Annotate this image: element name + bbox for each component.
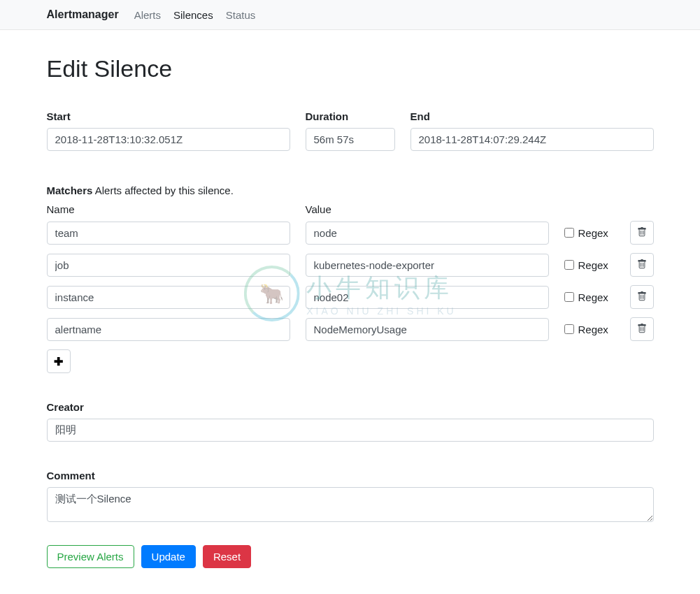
comment-input[interactable] <box>47 487 654 522</box>
creator-input[interactable] <box>47 419 654 442</box>
matcher-regex-checkbox[interactable] <box>564 292 574 302</box>
creator-label: Creator <box>47 401 654 413</box>
matcher-row: Regex <box>47 285 654 309</box>
matcher-row: Regex <box>47 253 654 277</box>
page-title: Edit Silence <box>47 55 654 82</box>
brand[interactable]: Alertmanager <box>47 8 119 21</box>
comment-label: Comment <box>47 470 654 481</box>
matcher-name-input[interactable] <box>47 286 290 309</box>
end-input[interactable] <box>410 128 654 151</box>
matcher-value-input[interactable] <box>306 254 549 277</box>
regex-label: Regex <box>578 259 608 271</box>
matchers-header: Matchers Alerts affected by this silence… <box>47 184 654 196</box>
end-label: End <box>410 110 654 122</box>
matcher-name-input[interactable] <box>47 254 290 277</box>
matcher-name-header: Name <box>47 203 290 215</box>
trash-icon <box>637 259 647 271</box>
matcher-name-input[interactable] <box>47 222 290 245</box>
nav-alerts[interactable]: Alerts <box>134 9 161 21</box>
delete-matcher-button[interactable] <box>630 285 654 309</box>
reset-button[interactable]: Reset <box>203 545 251 568</box>
matcher-name-input[interactable] <box>47 318 290 341</box>
start-input[interactable] <box>47 128 290 151</box>
trash-icon <box>637 227 647 239</box>
matcher-value-input[interactable] <box>306 222 549 245</box>
regex-label: Regex <box>578 324 608 335</box>
trash-icon <box>637 324 647 335</box>
matcher-regex-checkbox[interactable] <box>564 228 574 238</box>
regex-label: Regex <box>578 291 608 303</box>
duration-label: Duration <box>306 110 395 122</box>
matcher-value-input[interactable] <box>306 286 549 309</box>
matcher-regex-checkbox[interactable] <box>564 260 574 270</box>
matcher-value-header: Value <box>306 203 654 215</box>
delete-matcher-button[interactable] <box>630 221 654 245</box>
add-matcher-button[interactable]: ✚ <box>47 349 71 373</box>
navbar: Alertmanager Alerts Silences Status <box>0 0 700 30</box>
preview-alerts-button[interactable]: Preview Alerts <box>47 545 134 568</box>
delete-matcher-button[interactable] <box>630 253 654 277</box>
delete-matcher-button[interactable] <box>630 317 654 341</box>
plus-icon: ✚ <box>54 355 63 368</box>
matcher-row: Regex <box>47 221 654 245</box>
matcher-value-input[interactable] <box>306 318 549 341</box>
nav-status[interactable]: Status <box>226 9 256 21</box>
trash-icon <box>637 291 647 303</box>
start-label: Start <box>47 110 290 122</box>
nav-silences[interactable]: Silences <box>173 9 213 21</box>
duration-input[interactable] <box>306 128 395 151</box>
regex-label: Regex <box>578 227 608 239</box>
update-button[interactable]: Update <box>141 545 196 568</box>
matcher-regex-checkbox[interactable] <box>564 324 574 334</box>
matcher-row: Regex <box>47 317 654 341</box>
